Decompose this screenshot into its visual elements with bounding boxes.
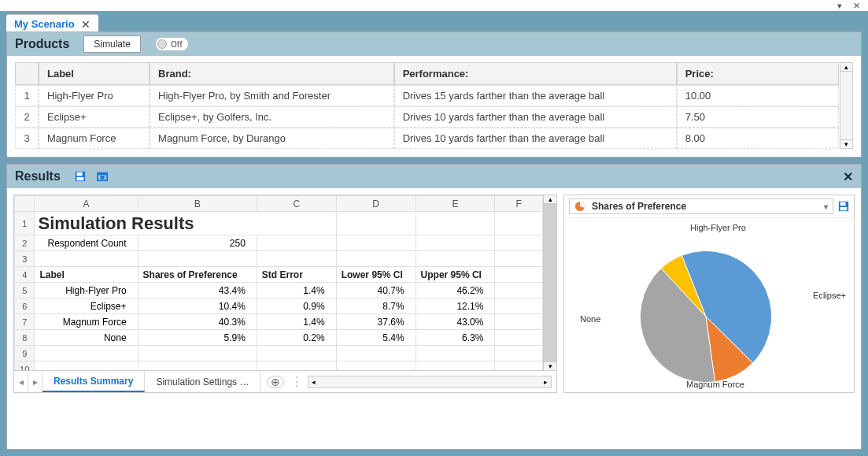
cell-label[interactable]: High-Flyer Pro bbox=[39, 85, 150, 106]
results-close-icon[interactable]: ✕ bbox=[843, 169, 853, 184]
col-brand[interactable]: Brand: bbox=[150, 62, 394, 85]
cell-price[interactable]: 7.50 bbox=[677, 106, 839, 128]
table-row[interactable]: 3 Magnum Force Magnum Force, by Durango … bbox=[15, 128, 839, 149]
res-share[interactable]: 5.9% bbox=[138, 330, 257, 346]
res-stderr[interactable]: 0.2% bbox=[257, 330, 336, 346]
res-lo[interactable]: 5.4% bbox=[336, 330, 416, 346]
simulate-button[interactable]: Simulate bbox=[83, 35, 141, 53]
pie-label-magnum: Magnum Force bbox=[686, 380, 744, 389]
table-row[interactable]: 2 Eclipse+ Eclipse+, by Golfers, Inc. Dr… bbox=[15, 106, 839, 128]
col-E[interactable]: E bbox=[416, 196, 495, 212]
col-F[interactable]: F bbox=[495, 196, 543, 212]
scroll-down-icon[interactable]: ▾ bbox=[840, 139, 852, 148]
scroll-down-icon[interactable]: ▾ bbox=[544, 361, 556, 370]
cell-performance[interactable]: Drives 10 yards farther than the average… bbox=[394, 106, 677, 128]
hdr-lo[interactable]: Lower 95% CI bbox=[336, 267, 416, 283]
rowhdr[interactable]: 7 bbox=[15, 314, 35, 330]
col-price[interactable]: Price: bbox=[677, 62, 839, 85]
save-icon[interactable] bbox=[75, 171, 86, 182]
cell-price[interactable]: 10.00 bbox=[677, 85, 839, 106]
corner-cell[interactable] bbox=[15, 62, 39, 85]
res-share[interactable]: 43.4% bbox=[138, 283, 257, 298]
scroll-up-icon[interactable]: ▴ bbox=[544, 195, 556, 204]
tab-results-summary[interactable]: Results Summary bbox=[42, 371, 145, 392]
sheet-hscrollbar[interactable]: ◂ ▸ bbox=[308, 376, 552, 388]
res-lo[interactable]: 40.7% bbox=[336, 283, 416, 298]
res-label[interactable]: Magnum Force bbox=[35, 314, 138, 330]
add-sheet-icon[interactable]: ⊕ bbox=[267, 376, 284, 388]
res-hi[interactable]: 12.1% bbox=[416, 298, 495, 314]
col-D[interactable]: D bbox=[336, 196, 416, 212]
window-restore-icon[interactable] bbox=[97, 171, 108, 182]
hdr-hi[interactable]: Upper 95% CI bbox=[416, 267, 495, 283]
sheet-corner[interactable] bbox=[15, 196, 35, 212]
cell-price[interactable]: 8.00 bbox=[677, 128, 839, 149]
res-label[interactable]: High-Flyer Pro bbox=[35, 283, 138, 298]
tab-simulation-settings[interactable]: Simulation Settings … bbox=[145, 371, 260, 392]
results-panel: Results ✕ A bbox=[6, 164, 862, 450]
products-vscrollbar[interactable]: ▴ ▾ bbox=[840, 62, 853, 149]
rowhdr[interactable]: 9 bbox=[15, 346, 35, 361]
res-stderr[interactable]: 0.9% bbox=[257, 298, 336, 314]
res-stderr[interactable]: 1.4% bbox=[257, 283, 336, 298]
pie-chart-icon bbox=[574, 201, 585, 212]
rowhdr[interactable]: 3 bbox=[15, 251, 35, 267]
res-label[interactable]: Eclipse+ bbox=[35, 298, 138, 314]
cell-performance[interactable]: Drives 10 yards farther than the average… bbox=[394, 128, 677, 149]
resp-count-label[interactable]: Respondent Count bbox=[35, 235, 138, 251]
scroll-up-icon[interactable]: ▴ bbox=[840, 63, 852, 72]
simulate-toggle[interactable]: Off bbox=[155, 37, 189, 51]
res-label[interactable]: None bbox=[35, 330, 138, 346]
rowhdr[interactable]: 1 bbox=[15, 212, 35, 235]
cell-label[interactable]: Magnum Force bbox=[39, 128, 150, 149]
col-label[interactable]: Label bbox=[39, 62, 150, 85]
hdr-stderr[interactable]: Std Error bbox=[257, 267, 336, 283]
window-menu-dropdown[interactable]: ▾ bbox=[837, 1, 842, 11]
rowhdr[interactable]: 5 bbox=[15, 283, 35, 298]
col-C[interactable]: C bbox=[257, 196, 336, 212]
sheet-nav-next[interactable]: ▸ bbox=[28, 371, 42, 392]
tab-drag-handle-icon[interactable]: ⋮ bbox=[290, 374, 303, 389]
scenario-tab[interactable]: My Scenario ✕ bbox=[6, 14, 98, 32]
res-share[interactable]: 40.3% bbox=[138, 314, 257, 330]
cell-label[interactable]: Eclipse+ bbox=[39, 106, 150, 128]
cell-brand[interactable]: Eclipse+, by Golfers, Inc. bbox=[150, 106, 394, 128]
cell-brand[interactable]: Magnum Force, by Durango bbox=[150, 128, 394, 149]
col-A[interactable]: A bbox=[35, 196, 138, 212]
rowhdr[interactable]: 4 bbox=[15, 267, 35, 283]
resp-count-value[interactable]: 250 bbox=[138, 235, 257, 251]
cell-performance[interactable]: Drives 15 yards farther than the average… bbox=[394, 85, 677, 106]
res-hi[interactable]: 46.2% bbox=[416, 283, 495, 298]
scroll-thumb[interactable] bbox=[544, 204, 556, 361]
sheet-nav-prev[interactable]: ◂ bbox=[14, 371, 28, 392]
res-hi[interactable]: 6.3% bbox=[416, 330, 495, 346]
sheet-vscrollbar[interactable]: ▴ ▾ bbox=[543, 195, 556, 370]
cell-brand[interactable]: High-Flyer Pro, by Smith and Forester bbox=[150, 85, 394, 106]
table-row[interactable]: 1 High-Flyer Pro High-Flyer Pro, by Smit… bbox=[15, 85, 839, 106]
chart-save-icon[interactable] bbox=[838, 201, 849, 212]
rowhdr[interactable]: 6 bbox=[15, 298, 35, 314]
tab-close-icon[interactable]: ✕ bbox=[81, 19, 90, 30]
window-close-icon[interactable]: ✕ bbox=[853, 1, 860, 11]
col-performance[interactable]: Performance: bbox=[394, 62, 677, 85]
hscroll-left-icon[interactable]: ◂ bbox=[308, 378, 319, 386]
res-hi[interactable]: 43.0% bbox=[416, 314, 495, 330]
hdr-label[interactable]: Label bbox=[35, 267, 138, 283]
res-lo[interactable]: 37.6% bbox=[336, 314, 416, 330]
pie-label-hfp: High-Flyer Pro bbox=[690, 223, 746, 232]
svg-rect-9 bbox=[840, 207, 848, 210]
rowhdr[interactable]: 8 bbox=[15, 330, 35, 346]
sheet-title[interactable]: Simulation Results bbox=[35, 212, 336, 235]
hscroll-right-icon[interactable]: ▸ bbox=[541, 378, 551, 386]
res-share[interactable]: 10.4% bbox=[138, 298, 257, 314]
rowhdr[interactable]: 2 bbox=[15, 235, 35, 251]
col-B[interactable]: B bbox=[138, 196, 257, 212]
hdr-share[interactable]: Shares of Preference bbox=[138, 267, 257, 283]
res-stderr[interactable]: 1.4% bbox=[257, 314, 336, 330]
rowhdr[interactable]: 10 bbox=[15, 361, 35, 371]
svg-rect-4 bbox=[98, 173, 107, 176]
res-lo[interactable]: 8.7% bbox=[336, 298, 416, 314]
chart-dropdown-icon[interactable]: ▾ bbox=[824, 202, 828, 211]
chart-type-select[interactable]: Shares of Preference ▾ bbox=[569, 198, 833, 214]
pie-chart: High-Flyer Pro Eclipse+ None Magnum Forc… bbox=[564, 218, 854, 392]
